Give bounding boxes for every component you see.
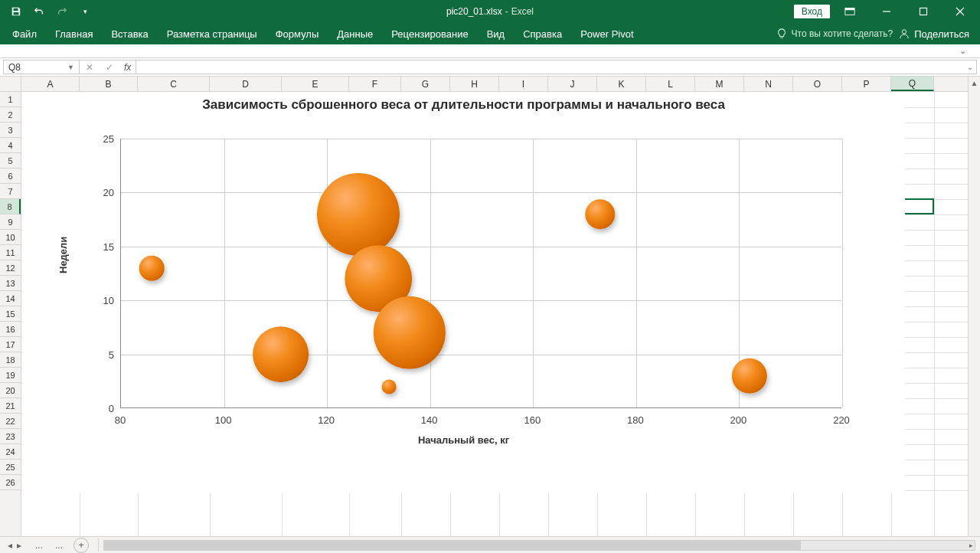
ribbon-tab-4[interactable]: Формулы bbox=[266, 23, 328, 44]
chart-title[interactable]: Зависимость сброшенного веса от длительн… bbox=[22, 97, 905, 113]
qat-customize-icon[interactable]: ▾ bbox=[75, 2, 95, 21]
ribbon-tab-8[interactable]: Справка bbox=[514, 23, 571, 44]
row-headers[interactable]: 1234567891011121314151617181920212223242… bbox=[0, 92, 21, 536]
chart-object[interactable]: Зависимость сброшенного веса от длительн… bbox=[22, 93, 905, 493]
row-header[interactable]: 12 bbox=[0, 260, 21, 276]
row-header[interactable]: 17 bbox=[0, 337, 21, 352]
sheet-nav[interactable]: ◂▸ bbox=[0, 540, 29, 551]
ribbon-tab-6[interactable]: Рецензирование bbox=[382, 23, 477, 44]
row-header[interactable]: 26 bbox=[0, 475, 21, 490]
share-button[interactable]: Поделиться bbox=[899, 28, 969, 40]
scroll-up-icon[interactable]: ▲ bbox=[969, 77, 980, 89]
bubble-point[interactable] bbox=[317, 173, 400, 256]
bubble-point[interactable] bbox=[381, 379, 396, 394]
save-icon[interactable] bbox=[6, 2, 26, 21]
row-header[interactable]: 9 bbox=[0, 214, 21, 230]
close-button[interactable] bbox=[943, 0, 977, 23]
formula-input[interactable]: ⌄ bbox=[136, 60, 977, 74]
chevron-down-icon[interactable]: ▼ bbox=[67, 64, 74, 71]
row-header[interactable]: 10 bbox=[0, 230, 21, 245]
plot-area[interactable] bbox=[120, 139, 841, 408]
column-header[interactable]: D bbox=[210, 77, 282, 91]
ribbon-tab-2[interactable]: Вставка bbox=[102, 23, 157, 44]
row-header[interactable]: 2 bbox=[0, 107, 21, 123]
scroll-thumb[interactable] bbox=[104, 541, 801, 550]
row-header[interactable]: 5 bbox=[0, 153, 21, 169]
login-button[interactable]: Вход bbox=[794, 5, 830, 18]
row-header[interactable]: 4 bbox=[0, 138, 21, 153]
row-header[interactable]: 7 bbox=[0, 184, 21, 199]
row-header[interactable]: 25 bbox=[0, 460, 21, 475]
tell-me[interactable]: Что вы хотите сделать? bbox=[776, 28, 893, 39]
column-header[interactable]: K bbox=[597, 77, 646, 91]
ribbon-tab-3[interactable]: Разметка страницы bbox=[158, 23, 266, 44]
row-header[interactable]: 6 bbox=[0, 169, 21, 184]
column-header[interactable]: Q bbox=[891, 77, 934, 91]
bubble-point[interactable] bbox=[732, 358, 767, 394]
row-header[interactable]: 8 bbox=[0, 199, 21, 214]
row-header[interactable]: 14 bbox=[0, 291, 21, 306]
row-header[interactable]: 3 bbox=[0, 123, 21, 138]
bubble-point[interactable] bbox=[253, 326, 309, 383]
scroll-right-icon[interactable]: ▸ bbox=[965, 541, 976, 550]
y-axis-title[interactable]: Недели bbox=[57, 237, 69, 273]
column-header[interactable]: E bbox=[282, 77, 349, 91]
sheet-list-button[interactable]: ... bbox=[29, 540, 49, 551]
column-header[interactable]: J bbox=[548, 77, 597, 91]
row-header[interactable]: 11 bbox=[0, 245, 21, 260]
row-header[interactable]: 22 bbox=[0, 414, 21, 429]
row-header[interactable]: 15 bbox=[0, 306, 21, 322]
select-all-corner[interactable] bbox=[0, 77, 21, 92]
column-header[interactable]: F bbox=[349, 77, 401, 91]
name-box[interactable]: Q8 ▼ bbox=[3, 60, 80, 74]
row-header[interactable]: 1 bbox=[0, 92, 21, 107]
row-header[interactable]: 13 bbox=[0, 276, 21, 291]
column-header[interactable]: B bbox=[80, 77, 138, 91]
column-header[interactable]: L bbox=[646, 77, 695, 91]
ribbon-tab-9[interactable]: Power Pivot bbox=[571, 23, 642, 44]
row-header[interactable]: 23 bbox=[0, 429, 21, 444]
row-header[interactable]: 16 bbox=[0, 322, 21, 337]
column-header[interactable]: G bbox=[401, 77, 450, 91]
minimize-button[interactable] bbox=[870, 0, 903, 23]
enter-formula-icon[interactable]: ✓ bbox=[100, 62, 119, 73]
ribbon-tab-7[interactable]: Вид bbox=[478, 23, 514, 44]
row-header[interactable]: 21 bbox=[0, 398, 21, 414]
bubble-point[interactable] bbox=[139, 256, 165, 281]
maximize-button[interactable] bbox=[906, 0, 940, 23]
x-axis-title[interactable]: Начальный вес, кг bbox=[22, 434, 905, 446]
sheet-list-button-2[interactable]: ... bbox=[49, 540, 69, 551]
add-sheet-button[interactable]: + bbox=[74, 538, 89, 553]
bubble-point[interactable] bbox=[374, 296, 446, 368]
horizontal-scrollbar[interactable]: ◂ ▸ bbox=[103, 540, 975, 551]
ribbon-tab-0[interactable]: Файл bbox=[3, 23, 46, 44]
column-header[interactable]: N bbox=[744, 77, 793, 91]
worksheet-grid[interactable]: ABCDEFGHIJKLMNOPQ 1234567891011121314151… bbox=[0, 77, 980, 536]
row-header[interactable]: 18 bbox=[0, 352, 21, 368]
column-header[interactable]: P bbox=[842, 77, 891, 91]
column-header[interactable]: A bbox=[21, 77, 80, 91]
row-header[interactable]: 19 bbox=[0, 368, 21, 383]
redo-icon[interactable] bbox=[52, 2, 72, 21]
bubble-point[interactable] bbox=[585, 199, 615, 229]
row-header[interactable]: 24 bbox=[0, 444, 21, 460]
fx-label[interactable]: fx bbox=[119, 62, 136, 73]
column-header[interactable]: H bbox=[450, 77, 499, 91]
row-header[interactable]: 20 bbox=[0, 383, 21, 398]
expand-formula-icon[interactable]: ⌄ bbox=[959, 46, 966, 56]
share-label: Поделиться bbox=[914, 28, 969, 40]
cancel-formula-icon[interactable]: ✕ bbox=[80, 62, 100, 73]
column-header[interactable]: I bbox=[499, 77, 548, 91]
column-header[interactable]: M bbox=[695, 77, 744, 91]
nav-next-icon[interactable]: ▸ bbox=[15, 540, 23, 551]
expand-formula-bar-icon[interactable]: ⌄ bbox=[967, 63, 973, 71]
column-headers[interactable]: ABCDEFGHIJKLMNOPQ bbox=[21, 77, 968, 92]
column-header[interactable]: C bbox=[138, 77, 210, 91]
undo-icon[interactable] bbox=[29, 2, 49, 21]
ribbon-tab-5[interactable]: Данные bbox=[328, 23, 382, 44]
ribbon-mode-icon[interactable] bbox=[833, 0, 867, 23]
ribbon-tab-1[interactable]: Главная bbox=[46, 23, 102, 44]
nav-prev-icon[interactable]: ◂ bbox=[6, 540, 14, 551]
vertical-scrollbar[interactable]: ▲ bbox=[968, 77, 980, 536]
column-header[interactable]: O bbox=[793, 77, 842, 91]
